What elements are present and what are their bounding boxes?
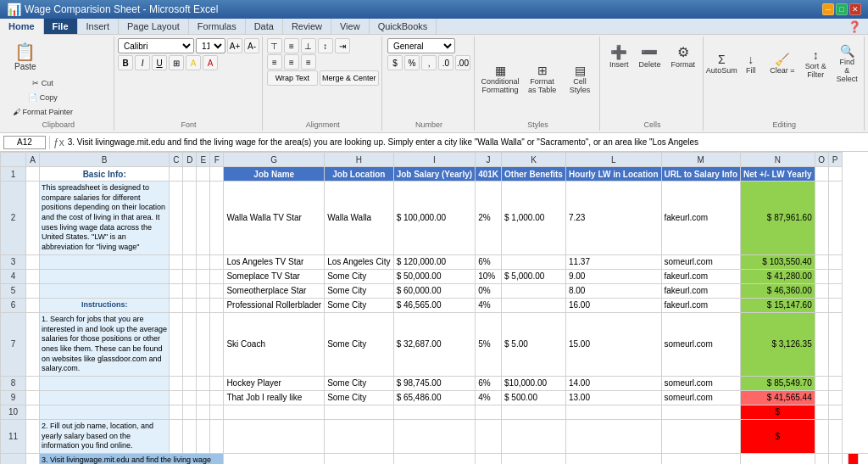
cell-H8[interactable]: Some City bbox=[325, 376, 394, 390]
cell-P4[interactable] bbox=[828, 269, 842, 283]
cell-P7[interactable] bbox=[828, 312, 842, 376]
col-header-P[interactable]: P bbox=[828, 153, 842, 167]
cell-A4[interactable] bbox=[26, 269, 40, 283]
cell-H2[interactable]: Walla Walla bbox=[325, 182, 394, 255]
cell-L7[interactable]: 15.00 bbox=[565, 312, 661, 376]
cell-N7[interactable]: $ 3,126.35 bbox=[741, 312, 815, 376]
cell-F1[interactable] bbox=[210, 167, 224, 182]
cell-E6[interactable] bbox=[197, 298, 210, 312]
cell-F2[interactable] bbox=[210, 182, 224, 255]
cell-J8[interactable]: 6% bbox=[476, 376, 502, 390]
col-header-E[interactable]: E bbox=[197, 153, 210, 167]
cell-C4[interactable] bbox=[170, 269, 183, 283]
decimal-decrease-button[interactable]: .00 bbox=[455, 55, 470, 70]
row-number[interactable]: 9 bbox=[1, 390, 26, 405]
cell-G5[interactable]: Someotherplace Star bbox=[224, 283, 325, 298]
fill-button[interactable]: ↓ Fill bbox=[738, 50, 764, 77]
cell-O7[interactable] bbox=[815, 312, 828, 376]
cell-M7[interactable]: someurl.com bbox=[661, 312, 741, 376]
cell-J7[interactable]: 5% bbox=[476, 312, 502, 376]
col-header-D[interactable]: D bbox=[183, 153, 197, 167]
cell-M12[interactable] bbox=[842, 454, 848, 465]
cell-N4[interactable]: $ 41,280.00 bbox=[741, 269, 815, 283]
cell-reference-input[interactable] bbox=[3, 136, 46, 149]
cell-M4[interactable]: fakeurl.com bbox=[661, 269, 741, 283]
cell-L3[interactable]: 11.37 bbox=[565, 254, 661, 269]
cell-E1[interactable] bbox=[197, 167, 210, 182]
cell-P1[interactable] bbox=[828, 167, 842, 182]
cell-B2[interactable]: This spreadsheet is designed to compare … bbox=[40, 182, 170, 255]
fill-color-button[interactable]: A bbox=[186, 55, 201, 70]
cell-D8[interactable] bbox=[183, 376, 197, 390]
cell-C9[interactable] bbox=[170, 390, 183, 405]
indent-button[interactable]: ⇥ bbox=[335, 38, 350, 53]
cell-B1[interactable]: Basic Info: bbox=[40, 167, 170, 182]
border-button[interactable]: ⊞ bbox=[169, 55, 184, 70]
row-number[interactable]: 5 bbox=[1, 283, 26, 298]
cell-L9[interactable]: 13.00 bbox=[565, 390, 661, 405]
cell-I9[interactable]: $ 65,486.00 bbox=[393, 390, 476, 405]
cell-C8[interactable] bbox=[170, 376, 183, 390]
cell-I1[interactable]: Job Salary (Yearly) bbox=[393, 167, 476, 182]
cell-P10[interactable] bbox=[828, 405, 842, 419]
col-header-M[interactable]: M bbox=[661, 153, 741, 167]
wrap-text-button[interactable]: Wrap Text bbox=[267, 70, 318, 86]
cell-C2[interactable] bbox=[170, 182, 183, 255]
cell-C6[interactable] bbox=[170, 298, 183, 312]
cell-K6[interactable] bbox=[502, 298, 566, 312]
align-top-button[interactable]: ⊤ bbox=[267, 38, 282, 53]
cell-N11[interactable]: $ bbox=[741, 419, 815, 453]
align-middle-button[interactable]: ≡ bbox=[284, 38, 299, 53]
tab-quickbooks[interactable]: QuickBooks bbox=[370, 19, 437, 34]
cell-J12[interactable] bbox=[741, 454, 815, 465]
cell-P11[interactable] bbox=[828, 419, 842, 453]
cell-B12[interactable]: 3. Visit livingwage.mit.edu and find the… bbox=[40, 454, 224, 465]
text-direction-button[interactable]: ↕ bbox=[318, 38, 333, 53]
cell-C7[interactable] bbox=[170, 312, 183, 376]
cell-L8[interactable]: 14.00 bbox=[565, 376, 661, 390]
cell-E8[interactable] bbox=[197, 376, 210, 390]
cell-P2[interactable] bbox=[828, 182, 842, 255]
tab-home[interactable]: Home bbox=[0, 19, 44, 35]
tab-file[interactable]: File bbox=[44, 19, 78, 34]
row-number[interactable]: 3 bbox=[1, 254, 26, 269]
cell-L12[interactable] bbox=[828, 454, 842, 465]
cell-F8[interactable] bbox=[210, 376, 224, 390]
merge-center-button[interactable]: Merge & Center bbox=[320, 70, 379, 86]
cell-F5[interactable] bbox=[210, 283, 224, 298]
cell-I5[interactable]: $ 60,000.00 bbox=[393, 283, 476, 298]
cell-M3[interactable]: someurl.com bbox=[661, 254, 741, 269]
cell-E10[interactable] bbox=[197, 405, 210, 419]
maximize-button[interactable]: □ bbox=[836, 3, 848, 15]
cell-G9[interactable]: That Job I really like bbox=[224, 390, 325, 405]
cell-H5[interactable]: Some City bbox=[325, 283, 394, 298]
format-button[interactable]: ⚙ Format bbox=[666, 42, 699, 71]
cell-M8[interactable]: someurl.com bbox=[661, 376, 741, 390]
cell-F3[interactable] bbox=[210, 254, 224, 269]
cell-H9[interactable]: Some City bbox=[325, 390, 394, 405]
find-select-button[interactable]: 🔍 Find & Select bbox=[832, 42, 862, 86]
cell-H11[interactable] bbox=[325, 419, 394, 453]
cell-O5[interactable] bbox=[815, 283, 828, 298]
cell-D5[interactable] bbox=[183, 283, 197, 298]
col-header-J[interactable]: J bbox=[476, 153, 502, 167]
cell-A1[interactable] bbox=[26, 167, 40, 182]
cell-D4[interactable] bbox=[183, 269, 197, 283]
paste-button[interactable]: 📋 Paste bbox=[8, 38, 42, 75]
cell-I4[interactable]: $ 50,000.00 bbox=[393, 269, 476, 283]
currency-button[interactable]: $ bbox=[387, 55, 403, 70]
cell-E5[interactable] bbox=[197, 283, 210, 298]
col-header-K[interactable]: K bbox=[502, 153, 566, 167]
cell-C12[interactable] bbox=[224, 454, 325, 465]
cell-styles-button[interactable]: ▤ Cell Styles bbox=[563, 61, 597, 97]
delete-button[interactable]: ➖ Delete bbox=[634, 42, 665, 71]
cell-O10[interactable] bbox=[815, 405, 828, 419]
cell-I2[interactable]: $ 100,000.00 bbox=[393, 182, 476, 255]
cell-A8[interactable] bbox=[26, 376, 40, 390]
sort-filter-button[interactable]: ↕ Sort & Filter bbox=[801, 46, 831, 81]
close-button[interactable]: ✕ bbox=[849, 3, 861, 15]
cell-K1[interactable]: Other Benefits bbox=[502, 167, 566, 182]
align-center-button[interactable]: ≡ bbox=[284, 54, 299, 70]
cell-D7[interactable] bbox=[183, 312, 197, 376]
font-decrease-button[interactable]: A- bbox=[244, 38, 259, 53]
